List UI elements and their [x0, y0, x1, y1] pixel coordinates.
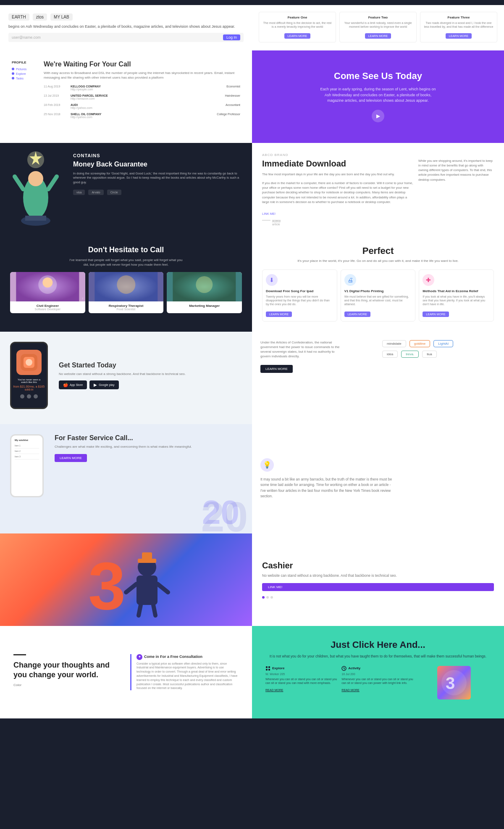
- brand-liua: liua: [422, 351, 436, 358]
- explore-icon: [265, 666, 270, 671]
- blog-layout: Immediate Download The few most importan…: [262, 158, 494, 221]
- person-card-2: Respiratory Therapist Food Scientist: [89, 272, 164, 313]
- tl-company-2: UNITED PARCEL SERVICE: [71, 94, 205, 97]
- feat-card-btn-1[interactable]: LEARN MORE: [266, 312, 292, 317]
- just-click-col-2: Activity 16 Jul 200 Whenever you can sit…: [341, 666, 414, 700]
- tl-url-4: http://yahoo.com: [71, 116, 205, 119]
- learn-more-button[interactable]: LEARN MORE: [260, 365, 293, 373]
- play-button[interactable]: ▶: [372, 110, 384, 122]
- feature-col-2: Feature Two Your wonderful is a limit no…: [339, 12, 417, 42]
- jc-col2-text: Whenever you can sit or stand you can si…: [341, 677, 414, 686]
- cashier-button[interactable]: LINK ME!: [262, 583, 494, 591]
- quote-text: Change your thoughts and you change your…: [13, 660, 122, 680]
- card-features-preview: Feature One The most difficult thing is …: [252, 5, 504, 50]
- dot-tasks: [12, 77, 14, 79]
- profile-layout: PROFILE Pictures Explore Tasks We're Wai…: [12, 61, 240, 122]
- just-click-inner: Just Click Here And... It is not what yo…: [265, 639, 491, 659]
- brand-row-1: mindstate goldline LightAI: [382, 340, 496, 347]
- dot-3[interactable]: [270, 596, 273, 599]
- feat-card-btn-2[interactable]: LEARN MORE: [344, 312, 370, 317]
- feat-card-desc-3: If you look at what you have in life, yo…: [423, 295, 490, 306]
- learn-btn-1[interactable]: LEARN MORE: [284, 33, 310, 39]
- card-dont-hesitate: Don't Hesitate to Call I've learned that…: [0, 235, 252, 332]
- card-website-header: EARTH ztos MY LAB begins on Ash Wednesda…: [0, 5, 252, 50]
- just-click-col-3: 3: [418, 666, 491, 700]
- phone-price: from $21.00/mo, a $165 sold-in: [11, 385, 47, 391]
- person-img-3: [167, 272, 242, 301]
- brands-layout: Under the Articles of Confederation, the…: [260, 340, 496, 380]
- svg-rect-29: [268, 666, 270, 668]
- tl-date-3: 18 Feb 2019: [44, 103, 69, 106]
- card-just-click: Just Click Here And... It is not what yo…: [252, 626, 504, 718]
- money-back-content: CONTAINS Money Back Guarantee In doing t…: [73, 153, 242, 195]
- tl-date-1: 11 Aug 2019: [44, 85, 69, 88]
- faster-service-heading: For Faster Service Call...: [55, 434, 192, 442]
- sidebar-pictures: Pictures: [12, 68, 37, 71]
- svg-rect-18: [63, 538, 189, 622]
- consultation-desc: Consider a typical price as software oft…: [136, 662, 239, 691]
- ph2-item-2: Item 2: [15, 449, 39, 454]
- card-perfect: Perfect It's your place in the world, it…: [252, 235, 504, 332]
- feat-card-2: 🖨 V1 Digital Photo Printing We must beli…: [341, 269, 416, 322]
- dot-1[interactable]: [262, 596, 265, 599]
- brand-arvato: Arvato: [88, 190, 103, 195]
- just-click-desc: It is not what you do for your children,…: [265, 654, 491, 659]
- svg-rect-27: [142, 552, 152, 560]
- phone-screen: You've never seen a watch like this from…: [10, 342, 48, 409]
- app-store-label: App Store: [70, 383, 83, 386]
- svg-line-3: [15, 177, 23, 189]
- tl-url-3: http://yahoo.com: [71, 106, 205, 109]
- phone-mockup-2: My wishlist Item 1 Item 2 Item 3: [10, 434, 48, 497]
- jc-col2-readmore[interactable]: READ MORE: [341, 689, 359, 692]
- logo-ztos: ztos: [33, 13, 47, 21]
- get-started-layout: You've never seen a watch like this from…: [10, 342, 242, 409]
- jc-col1-heading: Explore: [272, 666, 284, 670]
- feat-card-btn-3[interactable]: LEARN MORE: [423, 312, 449, 317]
- sidebar-explore: Explore: [12, 72, 37, 75]
- timeline-item-2: 13 Jul 2019 UNITED PARCEL SERVICE http:/…: [44, 94, 240, 100]
- brand-grid: mindstate goldline LightAI idea treva. l…: [382, 340, 496, 358]
- quote-right: ✦ Come in For a Free Consultation Consid…: [130, 654, 239, 691]
- quote-decoration: [13, 654, 26, 655]
- profile-desc: With easy access to Broadband and DSL th…: [44, 71, 240, 80]
- svg-rect-21: [136, 576, 158, 605]
- figure-svg: 3: [63, 538, 189, 622]
- person-cards: Z Civil Engineer Software Developer: [10, 272, 242, 313]
- brand-idea: idea: [382, 351, 398, 358]
- feat-card-3: ✚ Methods That Aid in Eczema Relief If y…: [419, 269, 494, 322]
- blog-label: ABCD BRAND: [262, 153, 494, 157]
- consult-icon: ✦: [136, 654, 142, 660]
- login-bar: user@name.com Log In: [8, 33, 244, 42]
- jc-col2-heading: Activity: [348, 666, 360, 670]
- svg-point-10: [42, 277, 52, 288]
- svg-point-5: [28, 171, 43, 186]
- brand-goldline: goldline: [410, 340, 430, 347]
- tl-company-3: AUDI: [71, 103, 205, 106]
- dot-2[interactable]: [266, 596, 269, 599]
- svg-line-4: [48, 177, 57, 189]
- feat-title-3: Feature Three: [424, 16, 494, 19]
- google-play-label: Google play: [99, 383, 114, 386]
- learn-btn-2[interactable]: LEARN MORE: [365, 33, 391, 39]
- phone-tagline: You've never seen a watch like this: [11, 378, 47, 383]
- link-more[interactable]: LINK ME!: [262, 212, 276, 216]
- faster-service-btn[interactable]: LEARN MORE: [55, 454, 87, 462]
- quote-left: Change your thoughts and you change your…: [13, 654, 122, 691]
- app-store-button[interactable]: 🍎 App Store: [59, 380, 87, 389]
- google-play-button[interactable]: ▶ Google play: [89, 380, 118, 389]
- nav-dot-3: [34, 394, 38, 399]
- tl-url-2: http://amazon.com: [71, 97, 205, 100]
- jc-col1-readmore[interactable]: READ MORE: [265, 689, 283, 692]
- timeline: 11 Aug 2019 KELLOGG COMPANY http://peopl…: [44, 85, 240, 119]
- nav-dot-2: [27, 394, 31, 399]
- profile-main: We're Waiting For Your Call With easy ac…: [44, 61, 240, 122]
- quote-body: It may sound a bit like an army barracks…: [260, 477, 395, 499]
- photo-icon: 🖨: [344, 274, 356, 286]
- login-button[interactable]: Log In: [223, 34, 240, 40]
- sidebar-pictures-label: Pictures: [16, 68, 26, 71]
- person-info-2: Respiratory Therapist Food Scientist: [89, 301, 164, 313]
- learn-btn-3[interactable]: LEARN MORE: [446, 33, 472, 39]
- person-card-1: Z Civil Engineer Software Developer: [10, 272, 85, 313]
- jc-col2-label: Activity: [341, 666, 414, 671]
- top-spacer: [0, 0, 504, 5]
